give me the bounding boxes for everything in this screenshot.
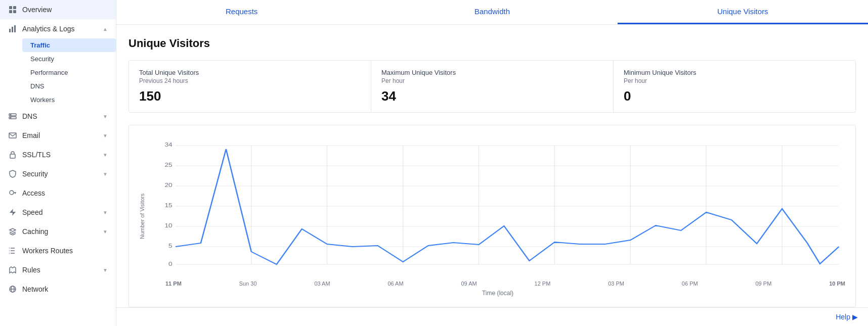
analytics-sub-menu: Traffic Security Performance DNS Workers <box>0 38 116 107</box>
help-link[interactable]: Help ▶ <box>836 313 858 321</box>
network-icon <box>8 285 17 294</box>
sidebar-sub-item-dns[interactable]: DNS <box>22 79 116 93</box>
x-label-09am: 09 AM <box>461 281 476 287</box>
svg-text:10: 10 <box>164 222 172 228</box>
x-label-03am: 03 AM <box>314 281 330 287</box>
sidebar-item-email[interactable]: Email ▼ <box>0 126 116 145</box>
chevron-down-icon: ▼ <box>103 133 108 138</box>
layers-icon <box>8 227 17 236</box>
x-label-09pm: 09 PM <box>756 281 772 287</box>
sidebar-item-ssl-tls[interactable]: SSL/TLS ▼ <box>0 145 116 164</box>
sidebar-item-access[interactable]: Access <box>0 183 116 203</box>
sidebar-item-network[interactable]: Network <box>0 280 116 299</box>
sidebar-item-security[interactable]: Security ▼ <box>0 164 116 183</box>
stat-max-label: Maximum Unique Visitors <box>381 69 603 76</box>
chevron-down-icon: ▼ <box>103 267 108 273</box>
stat-max: Maximum Unique Visitors Per hour 34 <box>371 61 614 112</box>
shield-icon <box>8 169 17 178</box>
svg-rect-6 <box>14 25 16 32</box>
sidebar-item-caching[interactable]: Caching ▼ <box>0 222 116 241</box>
chevron-down-icon: ▼ <box>103 210 108 215</box>
x-label-10pm: 10 PM <box>829 281 845 287</box>
tab-requests[interactable]: Requests <box>116 0 367 24</box>
stat-min-label: Minimum Unique Visitors <box>624 69 845 76</box>
stat-min: Minimum Unique Visitors Per hour 0 <box>614 61 855 112</box>
sidebar-item-label: Workers Routes <box>22 247 73 255</box>
svg-rect-5 <box>12 27 13 32</box>
svg-rect-1 <box>13 6 16 9</box>
sidebar-sub-item-security[interactable]: Security <box>22 52 116 66</box>
sidebar-item-workers-routes[interactable]: Workers Routes <box>0 241 116 260</box>
svg-rect-4 <box>9 29 11 32</box>
sidebar-item-speed[interactable]: Speed ▼ <box>0 203 116 222</box>
x-axis-title: Time (local) <box>150 290 845 297</box>
x-label-sun30: Sun 30 <box>239 281 257 287</box>
arrow-right-icon: ▶ <box>852 313 858 321</box>
sidebar-item-label: Analytics & Logs <box>22 25 75 33</box>
stat-total-label: Total Unique Visitors <box>139 69 361 76</box>
dns-icon <box>8 112 17 121</box>
x-label-06am: 06 AM <box>387 281 403 287</box>
x-axis-labels: 11 PM Sun 30 03 AM 06 AM 09 AM 12 PM 03 … <box>150 281 845 287</box>
x-label-03pm: 03 PM <box>608 281 624 287</box>
sidebar-item-label: Speed <box>22 208 42 216</box>
svg-text:0: 0 <box>168 261 172 267</box>
sidebar-item-label: Network <box>22 285 48 293</box>
svg-text:20: 20 <box>164 182 172 188</box>
svg-point-13 <box>10 191 14 195</box>
sidebar-item-overview[interactable]: Overview <box>0 0 116 19</box>
svg-point-10 <box>10 117 11 118</box>
stat-min-sublabel: Per hour <box>624 77 845 84</box>
line-chart: 0 5 10 15 20 25 34 <box>150 135 845 277</box>
sidebar: Overview Analytics & Logs ▲ Traffic Secu… <box>0 0 116 326</box>
chart-container: Number of Visitors <box>128 125 856 307</box>
page-title: Unique Visitors <box>128 37 856 50</box>
chart-svg-container: 0 5 10 15 20 25 34 11 PM Sun 30 <box>150 135 845 297</box>
sidebar-item-label: Overview <box>22 6 52 14</box>
bar-chart-icon <box>8 24 17 33</box>
svg-point-9 <box>10 114 11 115</box>
stat-total-value: 150 <box>139 88 361 104</box>
chevron-down-icon: ▼ <box>103 152 108 158</box>
sidebar-item-label: SSL/TLS <box>22 151 51 159</box>
sidebar-sub-item-performance[interactable]: Performance <box>22 66 116 79</box>
stat-max-value: 34 <box>381 88 603 104</box>
tab-unique-visitors[interactable]: Unique Visitors <box>618 0 868 24</box>
bolt-icon <box>8 208 17 217</box>
sidebar-item-dns[interactable]: DNS ▼ <box>0 107 116 126</box>
chevron-down-icon: ▼ <box>103 114 108 119</box>
lock-icon <box>8 150 17 159</box>
svg-text:15: 15 <box>164 202 172 208</box>
svg-rect-2 <box>9 10 12 13</box>
email-icon <box>8 131 17 140</box>
sidebar-item-label: Email <box>22 131 40 139</box>
svg-text:25: 25 <box>164 162 172 168</box>
stat-total-sublabel: Previous 24 hours <box>139 77 361 84</box>
key-icon <box>8 189 17 198</box>
tab-bar: Requests Bandwidth Unique Visitors <box>116 0 868 25</box>
stat-max-sublabel: Per hour <box>381 77 603 84</box>
svg-text:5: 5 <box>168 243 172 249</box>
main-content: Requests Bandwidth Unique Visitors Uniqu… <box>116 0 868 326</box>
x-label-11pm: 11 PM <box>165 281 182 287</box>
stats-row: Total Unique Visitors Previous 24 hours … <box>128 60 856 113</box>
tab-bandwidth[interactable]: Bandwidth <box>367 0 617 24</box>
svg-rect-3 <box>13 10 16 13</box>
footer: Help ▶ <box>116 307 868 326</box>
rules-icon <box>8 265 17 274</box>
svg-text:34: 34 <box>164 142 172 148</box>
chevron-down-icon: ▼ <box>103 171 108 177</box>
x-label-06pm: 06 PM <box>682 281 698 287</box>
sidebar-item-label: DNS <box>22 112 37 120</box>
x-label-12pm: 12 PM <box>535 281 551 287</box>
grid-icon <box>8 5 17 14</box>
chevron-down-icon: ▼ <box>103 229 108 235</box>
sidebar-sub-item-workers[interactable]: Workers <box>22 93 116 107</box>
sidebar-item-label: Security <box>22 170 48 178</box>
stat-total: Total Unique Visitors Previous 24 hours … <box>129 61 371 112</box>
y-axis-label: Number of Visitors <box>139 135 145 297</box>
sidebar-sub-item-traffic[interactable]: Traffic <box>22 38 116 52</box>
content-area: Unique Visitors Total Unique Visitors Pr… <box>116 25 868 307</box>
sidebar-item-rules[interactable]: Rules ▼ <box>0 260 116 280</box>
sidebar-item-analytics-logs[interactable]: Analytics & Logs ▲ <box>0 19 116 38</box>
